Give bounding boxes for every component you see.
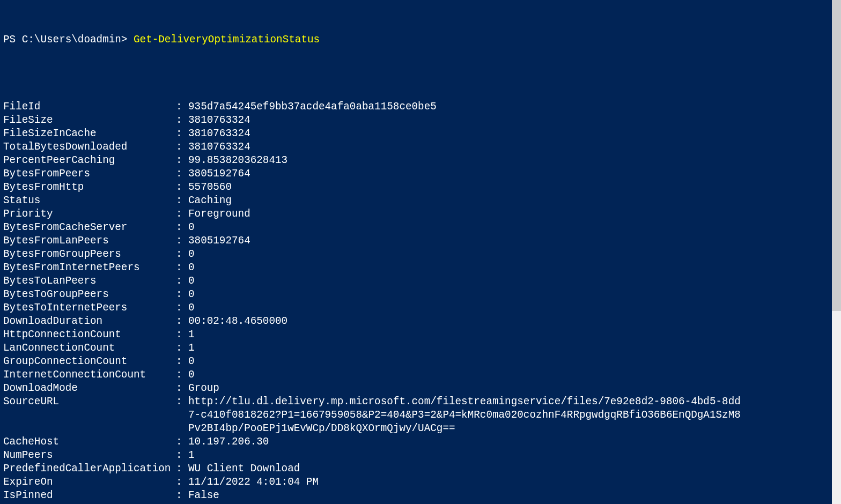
property-value: 3810763324 <box>188 140 250 154</box>
property-key: CacheHost <box>3 435 176 449</box>
property-row: GroupConnectionCount: 0 <box>3 355 841 368</box>
property-row: ExpireOn: 11/11/2022 4:01:04 PM <box>3 476 841 489</box>
property-value: 3805192764 <box>188 234 250 248</box>
property-key: FileSizeInCache <box>3 127 176 140</box>
scrollbar-vertical[interactable] <box>832 0 841 504</box>
property-row: DownloadMode: Group <box>3 382 841 395</box>
property-separator: : <box>176 234 188 248</box>
property-row: CacheHost: 10.197.206.30 <box>3 435 841 449</box>
property-key: BytesFromLanPeers <box>3 234 176 248</box>
property-row: BytesFromLanPeers: 3805192764 <box>3 234 841 248</box>
property-separator: : <box>176 382 188 395</box>
property-separator: : <box>176 154 188 167</box>
property-value: 0 <box>188 248 195 261</box>
property-row: DownloadDuration: 00:02:48.4650000 <box>3 315 841 328</box>
property-key: DownloadMode <box>3 382 176 395</box>
property-value: 1 <box>188 449 195 462</box>
property-row: BytesFromGroupPeers: 0 <box>3 248 841 261</box>
property-key: Priority <box>3 207 176 221</box>
property-separator: : <box>176 127 188 140</box>
property-key: FileSize <box>3 114 176 127</box>
property-separator: : <box>176 221 188 234</box>
property-row: BytesFromInternetPeers: 0 <box>3 261 841 275</box>
property-separator: : <box>176 462 188 476</box>
property-separator: : <box>176 355 188 368</box>
property-value: 3805192764 <box>188 167 250 181</box>
property-key: SourceURL <box>3 395 176 435</box>
property-row: PredefinedCallerApplication: WU Client D… <box>3 462 841 476</box>
property-key: HttpConnectionCount <box>3 328 176 342</box>
property-row: BytesToInternetPeers: 0 <box>3 301 841 315</box>
scrollbar-thumb[interactable] <box>832 0 841 311</box>
property-value: 5570560 <box>188 181 232 194</box>
property-key: PercentPeerCaching <box>3 154 176 167</box>
property-value: WU Client Download <box>188 462 300 476</box>
property-value: 3810763324 <box>188 127 250 140</box>
property-key: BytesFromInternetPeers <box>3 261 176 275</box>
property-row: Priority: Foreground <box>3 207 841 221</box>
terminal-output[interactable]: PS C:\Users\doadmin> Get-DeliveryOptimiz… <box>0 0 841 504</box>
property-value: 10.197.206.30 <box>188 435 269 449</box>
property-key: BytesFromHttp <box>3 181 176 194</box>
property-key: FileId <box>3 100 176 114</box>
property-key: ExpireOn <box>3 476 176 489</box>
property-key: BytesFromPeers <box>3 167 176 181</box>
property-separator: : <box>176 114 188 127</box>
property-key: IsPinned <box>3 489 176 502</box>
property-key: BytesFromGroupPeers <box>3 248 176 261</box>
property-row: Status: Caching <box>3 194 841 207</box>
property-row: SourceURL: http://tlu.dl.delivery.mp.mic… <box>3 395 841 435</box>
property-separator: : <box>176 368 188 382</box>
property-row: HttpConnectionCount: 1 <box>3 328 841 342</box>
property-key: InternetConnectionCount <box>3 368 176 382</box>
property-separator: : <box>176 476 188 489</box>
property-row: FileId: 935d7a54245ef9bb37acde4afa0aba11… <box>3 100 841 114</box>
property-value: 0 <box>188 275 195 288</box>
property-value: Group <box>188 382 219 395</box>
property-separator: : <box>176 301 188 315</box>
property-separator: : <box>176 167 188 181</box>
property-row: BytesToGroupPeers: 0 <box>3 288 841 301</box>
property-separator: : <box>176 315 188 328</box>
property-row: BytesToLanPeers: 0 <box>3 275 841 288</box>
property-separator: : <box>176 261 188 275</box>
property-separator: : <box>176 248 188 261</box>
property-row: BytesFromPeers: 3805192764 <box>3 167 841 181</box>
property-separator: : <box>176 395 188 435</box>
property-separator: : <box>176 342 188 355</box>
property-key: BytesFromCacheServer <box>3 221 176 234</box>
property-key: TotalBytesDownloaded <box>3 140 176 154</box>
property-value: Caching <box>188 194 232 207</box>
property-separator: : <box>176 140 188 154</box>
property-value: 1 <box>188 342 195 355</box>
property-key: DownloadDuration <box>3 315 176 328</box>
property-value: 935d7a54245ef9bb37acde4afa0aba1158ce0be5 <box>188 100 437 114</box>
property-row: NumPeers: 1 <box>3 449 841 462</box>
property-key: GroupConnectionCount <box>3 355 176 368</box>
property-key: LanConnectionCount <box>3 342 176 355</box>
property-separator: : <box>176 288 188 301</box>
property-key: NumPeers <box>3 449 176 462</box>
property-row: BytesFromCacheServer: 0 <box>3 221 841 234</box>
property-value: 11/11/2022 4:01:04 PM <box>188 476 319 489</box>
property-value: 0 <box>188 221 195 234</box>
property-separator: : <box>176 100 188 114</box>
prompt-text: PS C:\Users\doadmin> <box>3 34 134 46</box>
property-key: BytesToLanPeers <box>3 275 176 288</box>
property-row: BytesFromHttp: 5570560 <box>3 181 841 194</box>
property-separator: : <box>176 435 188 449</box>
property-row: FileSize: 3810763324 <box>3 114 841 127</box>
command-text: Get-DeliveryOptimizationStatus <box>134 34 320 46</box>
property-row: FileSizeInCache: 3810763324 <box>3 127 841 140</box>
property-separator: : <box>176 328 188 342</box>
property-row: TotalBytesDownloaded: 3810763324 <box>3 140 841 154</box>
property-value: Foreground <box>188 207 250 221</box>
property-value: 0 <box>188 301 195 315</box>
property-key: PredefinedCallerApplication <box>3 462 176 476</box>
property-key: BytesToInternetPeers <box>3 301 176 315</box>
property-separator: : <box>176 194 188 207</box>
property-separator: : <box>176 449 188 462</box>
properties-list: FileId: 935d7a54245ef9bb37acde4afa0aba11… <box>3 100 841 502</box>
property-value: 99.8538203628413 <box>188 154 287 167</box>
command-line: PS C:\Users\doadmin> Get-DeliveryOptimiz… <box>3 33 841 47</box>
